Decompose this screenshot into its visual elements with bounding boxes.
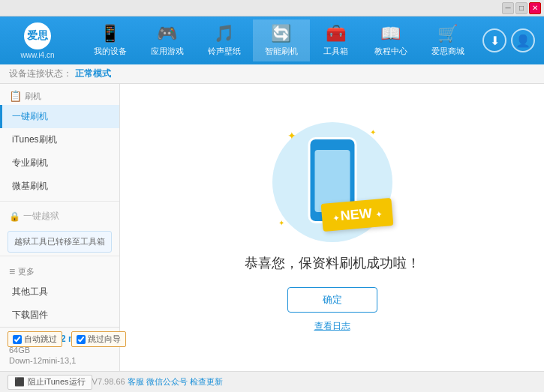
sidebar-scroll: 📋 刷机 一键刷机 iTunes刷机 专业刷机 微基刷机 🔒 一键越狱 — [0, 84, 119, 327]
flash-section-label: 刷机 — [25, 91, 41, 102]
wallpaper-label: 铃声壁纸 — [208, 46, 241, 57]
sidebar-section-flash: 📋 刷机 — [0, 84, 119, 105]
jailbreak-notice: 越狱工具已转移至工具箱 — [8, 231, 112, 253]
minimize-btn[interactable]: ─ — [502, 2, 514, 14]
sparkle-3: ✦ — [278, 219, 284, 227]
sidebar-divider-2 — [0, 256, 119, 256]
nav-item-toolbox[interactable]: 🧰 工具箱 — [310, 19, 362, 61]
visit-log-link[interactable]: 查看日志 — [314, 320, 350, 333]
smart-flash-icon: 🔄 — [271, 24, 291, 43]
close-btn[interactable]: ✕ — [529, 2, 541, 14]
sidebar-item-pro-flash[interactable]: 专业刷机 — [0, 151, 119, 175]
toolbox-label: 工具箱 — [323, 46, 348, 57]
customer-service-link[interactable]: 客服 — [128, 377, 144, 386]
nav-item-wallpaper[interactable]: 🎵 铃声壁纸 — [196, 19, 253, 61]
download-btn[interactable]: ⬇ — [482, 28, 506, 52]
nav-right: ⬇ 👤 — [482, 28, 544, 52]
bottom-right: V7.98.66 客服 微信公众号 检查更新 — [92, 376, 223, 388]
sidebar-item-download-firmware[interactable]: 下载固件 — [0, 304, 119, 327]
nav-item-shop[interactable]: 🛒 爱思商城 — [419, 19, 476, 61]
my-device-icon: 📱 — [100, 24, 120, 43]
bottom-bar: ⬛ 阻止iTunes运行 V7.98.66 客服 微信公众号 检查更新 — [0, 371, 544, 392]
sidebar-item-itunes-flash[interactable]: iTunes刷机 — [0, 128, 119, 151]
maximize-btn[interactable]: □ — [515, 2, 527, 14]
sidebar-item-one-click-flash[interactable]: 一键刷机 — [0, 105, 119, 128]
sparkle-1: ✦ — [287, 130, 296, 142]
nav-items: 📱 我的设备 🎮 应用游戏 🎵 铃声壁纸 🔄 智能刷机 🧰 工具箱 📖 教程中心… — [75, 19, 482, 61]
logo-icon: 爱思 — [24, 22, 51, 49]
check-update-link[interactable]: 检查更新 — [190, 377, 223, 386]
sidebar: 📋 刷机 一键刷机 iTunes刷机 专业刷机 微基刷机 🔒 一键越狱 — [0, 84, 120, 371]
shop-label: 爱思商城 — [431, 46, 464, 57]
auto-jump-checkbox[interactable]: 自动跳过 — [8, 331, 62, 347]
more-icon: ≡ — [9, 265, 15, 277]
nav-bar: 爱思 www.i4.cn 📱 我的设备 🎮 应用游戏 🎵 铃声壁纸 🔄 智能刷机… — [0, 16, 544, 64]
sparkle-2: ✦ — [370, 128, 376, 136]
success-card: ✦ ✦ ✦ NEW 恭喜您，保资料刷机成功啦！ 确定 查看日志 — [245, 122, 420, 333]
wallpaper-icon: 🎵 — [214, 24, 234, 43]
shop-icon: 🛒 — [437, 24, 458, 43]
version-label: V7.98.66 — [92, 377, 125, 386]
itunes-icon: ⬛ — [14, 377, 25, 387]
device-model: Down-12mini-13,1 — [9, 356, 110, 365]
nav-item-my-device[interactable]: 📱 我的设备 — [82, 19, 139, 61]
phone-illustration: ✦ ✦ ✦ NEW — [272, 122, 392, 242]
skip-wizard-checkbox[interactable]: 跳过向导 — [71, 331, 126, 347]
sidebar-section-jailbreak: 🔒 一键越狱 — [0, 205, 119, 228]
main-layout: 📋 刷机 一键刷机 iTunes刷机 专业刷机 微基刷机 🔒 一键越狱 — [0, 84, 544, 371]
nav-item-tutorials[interactable]: 📖 教程中心 — [362, 19, 419, 61]
confirm-button[interactable]: 确定 — [287, 287, 377, 313]
tutorials-icon: 📖 — [380, 24, 401, 43]
nav-item-smart-flash[interactable]: 🔄 智能刷机 — [253, 19, 310, 61]
success-message: 恭喜您，保资料刷机成功啦！ — [245, 254, 420, 272]
sidebar-item-baseband-flash[interactable]: 微基刷机 — [0, 175, 119, 198]
status-bar: 设备连接状态： 正常模式 — [0, 64, 544, 84]
title-bar: ─ □ ✕ — [0, 0, 544, 16]
auto-jump-input[interactable] — [13, 335, 22, 344]
itunes-status[interactable]: ⬛ 阻止iTunes运行 — [8, 375, 92, 390]
tutorials-label: 教程中心 — [374, 46, 407, 57]
logo: 爱思 www.i4.cn — [0, 22, 75, 59]
user-btn[interactable]: 👤 — [511, 28, 535, 52]
wechat-link[interactable]: 微信公众号 — [146, 377, 188, 386]
skip-wizard-label: 跳过向导 — [88, 334, 121, 345]
logo-subtext: www.i4.cn — [20, 51, 54, 59]
nav-item-apps-games[interactable]: 🎮 应用游戏 — [139, 19, 196, 61]
apps-games-icon: 🎮 — [157, 24, 177, 43]
content-area: ✦ ✦ ✦ NEW 恭喜您，保资料刷机成功啦！ 确定 查看日志 — [120, 84, 544, 371]
flash-section-icon: 📋 — [9, 90, 22, 102]
smart-flash-label: 智能刷机 — [265, 46, 298, 57]
checkbox-overlay: 自动跳过 跳过向导 — [8, 331, 126, 347]
sidebar-section-more: ≡ 更多 — [0, 259, 119, 280]
toolbox-icon: 🧰 — [326, 24, 346, 43]
status-label: 设备连接状态： — [9, 67, 72, 80]
auto-jump-label: 自动跳过 — [24, 334, 57, 345]
skip-wizard-input[interactable] — [77, 335, 86, 344]
my-device-label: 我的设备 — [94, 46, 127, 57]
sidebar-item-other-tools[interactable]: 其他工具 — [0, 280, 119, 304]
bottom-left: ⬛ 阻止iTunes运行 — [8, 375, 92, 390]
sidebar-divider-1 — [0, 201, 119, 202]
apps-games-label: 应用游戏 — [151, 46, 184, 57]
status-value: 正常模式 — [75, 67, 111, 80]
lock-icon: 🔒 — [9, 211, 20, 222]
new-badge: NEW — [320, 198, 393, 232]
